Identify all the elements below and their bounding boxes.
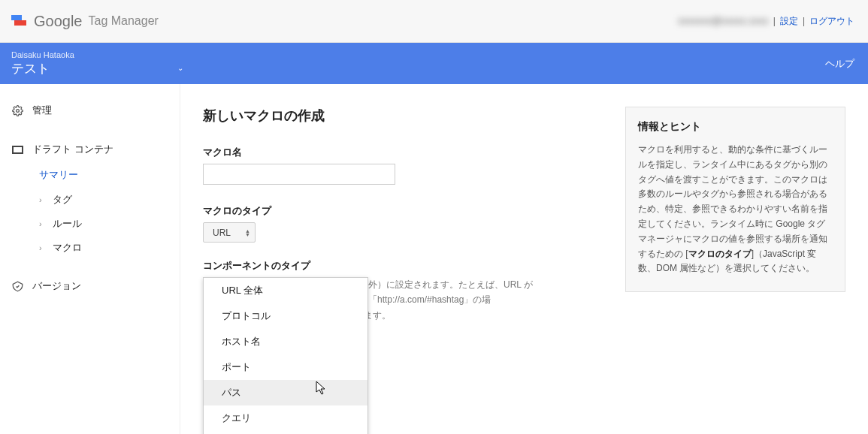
dropdown-item[interactable]: URL 全体	[204, 278, 367, 303]
info-title: 情報とヒント	[638, 118, 833, 135]
dropdown-item[interactable]: クエリ	[204, 405, 367, 431]
brand-google: Google	[34, 13, 83, 30]
sidebar: 管理 ドラフト コンテナ サマリー › タグ › ルール › マクロ	[0, 84, 180, 434]
macro-type-value: URL	[213, 228, 231, 238]
sidebar-item-label: タグ	[53, 193, 72, 206]
brand-product: Tag Manager	[89, 14, 159, 28]
sidebar-item-version[interactable]: バージョン	[0, 273, 180, 299]
header-right: xxxxxxx@xxxxx.xxxx | 設定 | ログアウト	[678, 15, 854, 28]
updown-icon: ▲▼	[245, 229, 250, 237]
page-title: 新しいマクロの作成	[203, 107, 603, 125]
field-macro-name: マクロ名	[203, 146, 603, 185]
user-email: xxxxxxx@xxxxx.xxxx	[678, 16, 769, 26]
main-layout: 管理 ドラフト コンテナ サマリー › タグ › ルール › マクロ	[0, 84, 868, 434]
pipe: |	[773, 16, 776, 26]
container-name: テスト	[11, 61, 50, 77]
chevron-down-icon: ⌄	[177, 64, 183, 74]
sidebar-item-label: ルール	[53, 217, 82, 231]
content: 新しいマクロの作成 マクロ名 マクロのタイプ URL ▲▼ コンポーネントのタイ…	[180, 84, 868, 434]
sidebar-item-tags[interactable]: › タグ	[39, 188, 180, 212]
pipe: |	[803, 16, 805, 26]
container-bar: Daisaku Hataoka テスト ⌄ ヘルプ	[0, 43, 868, 84]
sidebar-item-macros[interactable]: › マクロ	[39, 236, 180, 260]
gtm-logo-icon	[11, 13, 28, 29]
chevron-right-icon: ›	[39, 243, 45, 252]
info-panel: 情報とヒント マクロを利用すると、動的な条件に基づくルールを指定し、ランタイム中…	[625, 107, 845, 292]
container-selector[interactable]: Daisaku Hataoka テスト ⌄	[11, 50, 183, 77]
dropdown-item[interactable]: ポート	[204, 354, 367, 380]
svg-rect-4	[14, 147, 22, 152]
component-type-dropdown: URL 全体プロトコルホスト名ポートパスクエリフラグメント	[203, 277, 368, 434]
field-macro-type: マクロのタイプ URL ▲▼	[203, 204, 603, 243]
logout-link[interactable]: ログアウト	[809, 15, 854, 28]
version-icon	[11, 280, 23, 292]
help-link[interactable]: ヘルプ	[825, 57, 854, 71]
label-macro-type: マクロのタイプ	[203, 204, 603, 218]
dropdown-item[interactable]: ホスト名	[204, 329, 367, 354]
sidebar-item-summary[interactable]: サマリー	[39, 162, 180, 188]
svg-rect-0	[11, 15, 22, 20]
form-area: 新しいマクロの作成 マクロ名 マクロのタイプ URL ▲▼ コンポーネントのタイ…	[203, 107, 603, 323]
brand: Google Tag Manager	[11, 13, 159, 30]
label-component-type: コンポーネントのタイプ	[203, 259, 603, 273]
account-name: Daisaku Hataoka	[11, 50, 183, 61]
macro-type-select[interactable]: URL ▲▼	[203, 222, 256, 243]
svg-point-2	[16, 109, 19, 112]
svg-rect-1	[14, 20, 26, 26]
top-header: Google Tag Manager xxxxxxx@xxxxx.xxxx | …	[0, 0, 868, 43]
info-body: マクロを利用すると、動的な条件に基づくルールを指定し、ランタイム中にあるタグから…	[638, 143, 833, 276]
settings-link[interactable]: 設定	[780, 15, 798, 28]
macro-name-input[interactable]	[203, 164, 395, 185]
sidebar-item-label: マクロ	[53, 241, 82, 255]
chevron-right-icon: ›	[39, 195, 45, 204]
sidebar-item-draft[interactable]: ドラフト コンテナ	[0, 137, 180, 162]
sidebar-item-label: バージョン	[32, 279, 81, 293]
sidebar-sub: サマリー › タグ › ルール › マクロ	[0, 162, 180, 260]
chevron-right-icon: ›	[39, 219, 45, 228]
container-icon	[11, 143, 23, 155]
sidebar-item-manage[interactable]: 管理	[0, 98, 180, 123]
sidebar-item-label: ドラフト コンテナ	[32, 143, 113, 156]
label-macro-name: マクロ名	[203, 146, 603, 159]
sidebar-item-rules[interactable]: › ルール	[39, 212, 180, 236]
field-component-type: コンポーネントのタイプ 外）に設定されます。たとえば、URL が「http://…	[203, 259, 603, 323]
dropdown-item[interactable]: パス	[204, 380, 367, 405]
gear-icon	[11, 104, 23, 116]
dropdown-item[interactable]: プロトコル	[204, 303, 367, 329]
sidebar-item-label: 管理	[32, 104, 52, 117]
dropdown-item[interactable]: フラグメント	[204, 431, 367, 434]
